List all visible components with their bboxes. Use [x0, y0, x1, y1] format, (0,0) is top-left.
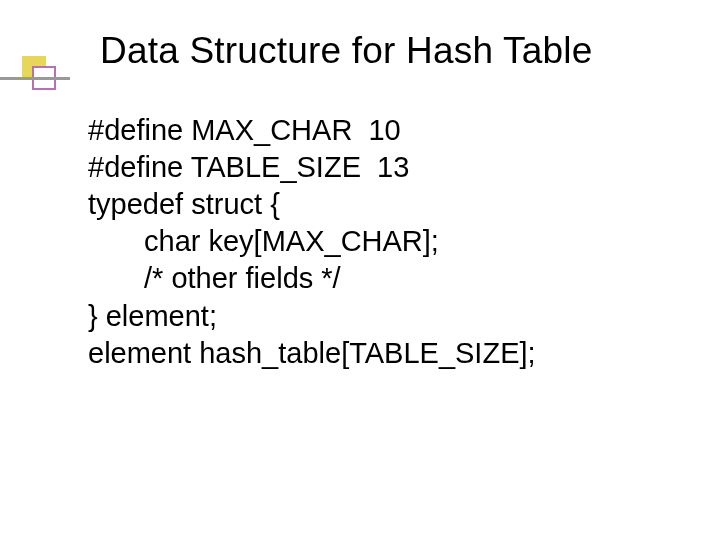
title-underline — [0, 77, 70, 80]
code-block: #define MAX_CHAR 10 #define TABLE_SIZE 1… — [0, 80, 720, 372]
code-line: element hash_table[TABLE_SIZE]; — [88, 335, 720, 372]
code-line: /* other fields */ — [88, 260, 720, 297]
slide-title: Data Structure for Hash Table — [100, 30, 720, 72]
code-line: #define TABLE_SIZE 13 — [88, 149, 720, 186]
code-line: typedef struct { — [88, 186, 720, 223]
title-area: Data Structure for Hash Table — [0, 0, 720, 80]
code-line: } element; — [88, 298, 720, 335]
code-line: #define MAX_CHAR 10 — [88, 112, 720, 149]
slide: Data Structure for Hash Table #define MA… — [0, 0, 720, 540]
code-line: char key[MAX_CHAR]; — [88, 223, 720, 260]
